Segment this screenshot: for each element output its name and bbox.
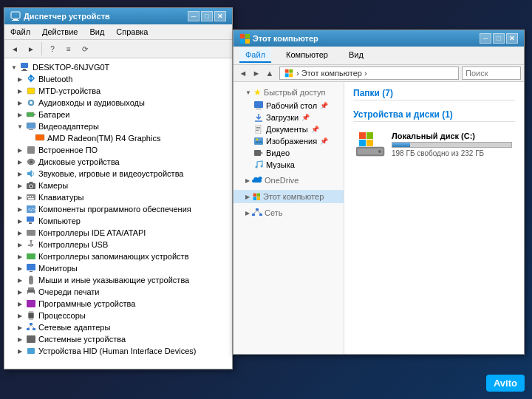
tree-print[interactable]: ▶ Очереди печати xyxy=(4,286,232,298)
close-btn[interactable]: ✕ xyxy=(214,11,226,21)
nav-desktop[interactable]: Рабочий стол 📌 xyxy=(233,100,344,112)
ribbon-tab-file[interactable]: Файл xyxy=(239,48,271,63)
tree-display[interactable]: ▼ Видеоадаптеры xyxy=(4,120,232,132)
nav-back-btn[interactable]: ◄ xyxy=(236,66,250,80)
tree-mtd[interactable]: ▶ MTD-устройства xyxy=(4,85,232,97)
music-link: Музыка xyxy=(266,160,295,169)
tree-mice[interactable]: ▶ Мыши и иные указывающие устройства xyxy=(4,274,232,286)
forward-btn[interactable]: ► xyxy=(24,41,38,56)
svg-rect-64 xyxy=(285,73,289,77)
computer-item-icon xyxy=(26,216,36,226)
svg-rect-31 xyxy=(27,230,35,236)
properties-btn[interactable]: ≡ xyxy=(61,41,76,56)
nav-video[interactable]: Видео xyxy=(233,147,344,159)
maximize-btn[interactable]: □ xyxy=(201,11,213,21)
tree-sound[interactable]: ▶ Звуковые, игровые и видеоустройства xyxy=(4,168,232,180)
tree-network[interactable]: ▶ Сетевые адаптеры xyxy=(4,321,232,333)
search-input[interactable] xyxy=(462,66,521,80)
quick-access-header[interactable]: ▼ ★ Быстрый доступ xyxy=(233,85,344,100)
back-btn[interactable]: ◄ xyxy=(7,41,22,56)
svg-rect-23 xyxy=(27,196,29,197)
tree-cpu[interactable]: ▶ Процессоры xyxy=(4,310,232,321)
svg-rect-65 xyxy=(289,73,293,77)
downloads-link: Загрузки xyxy=(266,113,299,122)
tc-nav-header[interactable]: ▶ Этот компьютер xyxy=(233,190,344,203)
device-tree[interactable]: ▼ DESKTOP-6NJVG0T ▶ Bluetooth ▶ xyxy=(4,58,232,369)
svg-rect-0 xyxy=(11,12,20,18)
battery-label: Батареи xyxy=(38,110,70,119)
drive-c-name: Локальный диск (C:) xyxy=(392,132,512,140)
svg-rect-9 xyxy=(27,112,34,117)
svg-rect-51 xyxy=(30,323,33,325)
documents-link: Документы xyxy=(266,125,308,134)
nav-forward-btn[interactable]: ► xyxy=(250,66,263,80)
drive-bar-fill xyxy=(392,143,410,147)
tree-hid[interactable]: ▶ Устройства HID (Human Interface Device… xyxy=(4,345,232,357)
tree-bluetooth[interactable]: ▶ Bluetooth xyxy=(4,73,232,85)
avito-text: Avito xyxy=(494,378,517,389)
help-btn[interactable]: ? xyxy=(45,41,60,56)
tree-storage[interactable]: ▶ Контроллеры запоминающих устройств xyxy=(4,250,232,262)
avito-badge: Avito xyxy=(486,375,525,392)
net-chevron: ▶ xyxy=(245,210,250,216)
nav-downloads[interactable]: Загрузки 📌 xyxy=(233,112,344,123)
disk-label: Дисковые устройства xyxy=(38,157,120,166)
svg-rect-86 xyxy=(259,214,262,216)
tree-root[interactable]: ▼ DESKTOP-6NJVG0T xyxy=(4,61,232,73)
svg-rect-2 xyxy=(12,20,19,21)
nav-music[interactable]: Музыка xyxy=(233,159,344,171)
drive-c-item[interactable]: Локальный диск (C:) 198 ГБ свободно из 2… xyxy=(353,126,515,162)
tree-disk[interactable]: ▶ Дисковые устройства xyxy=(4,156,232,168)
address-path: › Этот компьютер › xyxy=(296,69,367,78)
nav-images[interactable]: Изображения 📌 xyxy=(233,135,344,147)
menu-action[interactable]: Действие xyxy=(39,26,81,38)
tree-amd[interactable]: AMD Radeon(TM) R4 Graphics xyxy=(4,132,232,144)
ribbon-bar: Файл Компьютер Вид xyxy=(233,47,524,65)
battery-icon xyxy=(26,109,36,120)
svg-rect-85 xyxy=(252,214,255,216)
tree-firmware[interactable]: ▶ Встроенное ПО xyxy=(4,144,232,156)
computer-icon xyxy=(20,62,30,72)
menu-help[interactable]: Справка xyxy=(113,26,151,38)
svg-rect-5 xyxy=(21,70,27,71)
minimize-btn[interactable]: ─ xyxy=(188,11,200,21)
drive-bar-container xyxy=(392,142,512,148)
tree-ide[interactable]: ▶ Контроллеры IDE ATA/ATAPI xyxy=(4,227,232,239)
audio-expand: ▶ xyxy=(16,99,24,106)
tree-audio[interactable]: ▶ Аудиовходы и аудиовыходы xyxy=(4,97,232,109)
tree-system[interactable]: ▶ Системные устройства xyxy=(4,333,232,345)
menu-view[interactable]: Вид xyxy=(86,26,107,38)
nav-up-btn[interactable]: ▲ xyxy=(263,66,276,80)
tree-software-dev[interactable]: ▶ Программные устройства xyxy=(4,298,232,310)
tree-software[interactable]: ▶ </> Компоненты программного обеспечени… xyxy=(4,203,232,215)
root-label: DESKTOP-6NJVG0T xyxy=(33,63,109,72)
menu-file[interactable]: Файл xyxy=(7,26,33,38)
svg-point-16 xyxy=(30,161,33,163)
scan-btn[interactable]: ⟳ xyxy=(78,41,92,56)
tc-close-btn[interactable]: ✕ xyxy=(506,33,518,44)
tree-camera[interactable]: ▶ Камеры xyxy=(4,180,232,191)
tree-computer[interactable]: ▶ Компьютер xyxy=(4,215,232,227)
tree-battery[interactable]: ▶ Батареи xyxy=(4,109,232,120)
tc-minimize-btn[interactable]: ─ xyxy=(480,33,491,44)
svg-rect-81 xyxy=(257,194,260,197)
ribbon-tab-view[interactable]: Вид xyxy=(343,48,369,63)
nav-documents[interactable]: Документы 📌 xyxy=(233,123,344,135)
tc-nav-icon xyxy=(252,193,261,200)
onedrive-header[interactable]: ▶ OneDrive xyxy=(233,174,344,187)
tc-maximize-btn[interactable]: □ xyxy=(493,33,505,44)
system-label: Системные устройства xyxy=(38,335,126,344)
ribbon-tab-computer[interactable]: Компьютер xyxy=(280,48,334,63)
tree-usb[interactable]: ▶ Контроллеры USB xyxy=(4,239,232,250)
documents-icon xyxy=(254,125,263,134)
audio-icon xyxy=(26,98,36,108)
tree-keyboard[interactable]: ▶ Клавиатуры xyxy=(4,191,232,203)
tree-monitors[interactable]: ▶ Мониторы xyxy=(4,262,232,274)
svg-line-88 xyxy=(257,211,261,214)
system-icon xyxy=(26,334,36,344)
tc-title: Этот компьютер xyxy=(253,34,318,43)
svg-marker-32 xyxy=(30,240,33,242)
network-nav-header[interactable]: ▶ Сеть xyxy=(233,206,344,219)
address-bar[interactable]: › Этот компьютер › xyxy=(279,66,459,80)
images-pin: 📌 xyxy=(320,137,328,145)
